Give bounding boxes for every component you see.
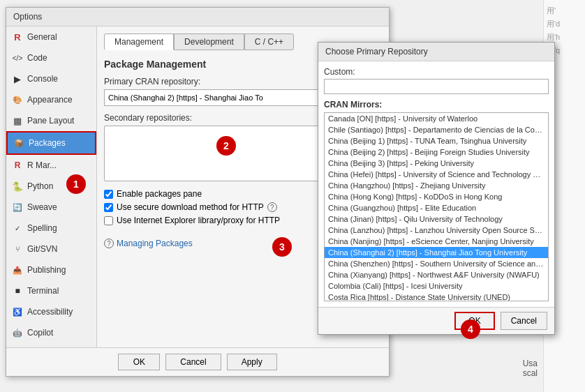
checkbox2-label: Use secure download method for HTTP [117,202,264,212]
secondary-listbox[interactable] [104,126,327,181]
repo-cancel-button[interactable]: Cancel [501,312,547,330]
manage-link-text: Managing Packages [117,239,193,248]
sidebar-label-packages: Packages [29,138,66,148]
secure-download-checkbox[interactable] [104,203,113,212]
repo-dialog-title: Choose Primary Repository [318,43,554,61]
right-text-1: 用' [547,6,582,16]
help-icon-2: ? [104,239,114,248]
cran-item[interactable]: China (Shanghai 2) [https] - Shanghai Ji… [325,247,548,258]
sidebar-item-sweave[interactable]: 🔄 Sweave [6,197,96,218]
cran-label: CRAN Mirrors: [324,100,549,110]
general-icon: R [12,31,23,43]
dialog-title: Options [13,12,42,22]
footer-cancel-button[interactable]: Cancel [165,354,221,370]
enable-packages-checkbox[interactable] [104,190,113,199]
badge-2: 2 [216,136,236,156]
badge-1: 1 [66,174,86,194]
sidebar-item-gitsvn[interactable]: ⑂ Git/SVN [6,239,96,259]
sidebar-item-console[interactable]: ▶ Console [6,68,96,89]
sidebar-item-accessibility[interactable]: ♿ Accessibility [6,301,96,322]
accessibility-icon: ♿ [12,306,23,317]
cran-item[interactable]: China (Lanzhou) [https] - Lanzhou Univer… [325,225,548,236]
sidebar-item-spelling[interactable]: ✓ Spelling [6,218,96,239]
bottom-text-2: scal [523,368,538,378]
sidebar-label-pane-layout: Pane Layout [27,116,74,126]
bottom-right: Usa scal [523,359,538,378]
sidebar-label-sweave: Sweave [27,202,57,212]
cran-item[interactable]: China (Beijing 1) [https] - TUNA Team, T… [325,135,548,146]
pane-layout-icon: ▦ [12,115,23,126]
tab-management[interactable]: Management [104,33,174,50]
sidebar-item-rmarkdown[interactable]: R R Mar... [6,155,96,176]
sidebar-label-spelling: Spelling [27,223,57,233]
cran-item[interactable]: Canada [ON] [https] - University of Wate… [325,113,548,124]
footer-ok-button[interactable]: OK [118,354,160,370]
cran-item[interactable]: Colombia (Cali) [https] - Icesi Universi… [325,280,548,292]
rmarkdown-icon: R [12,160,23,171]
sidebar-label-rmarkdown: R Mar... [27,160,57,170]
internet-explorer-checkbox[interactable] [104,216,113,225]
cran-item[interactable]: China (Hefei) [https] - University of Sc… [325,169,548,180]
cran-item[interactable]: China (Nanjing) [https] - eScience Cente… [325,236,548,247]
checkbox1-label: Enable packages pane [117,189,202,199]
sidebar-item-terminal[interactable]: ■ Terminal [6,280,96,301]
sidebar-item-publishing[interactable]: 📤 Publishing [6,259,96,280]
badge-3: 3 [272,237,292,257]
badge-4: 4 [461,319,480,339]
cran-item[interactable]: China (Jinan) [https] - Qilu University … [325,213,548,225]
custom-input[interactable] [324,79,549,94]
cran-item[interactable]: China (Guangzhou) [https] - Elite Educat… [325,202,548,213]
sidebar-item-appearance[interactable]: 🎨 Appearance [6,89,96,110]
cran-item[interactable]: China (Hong Kong) [https] - KoDDoS in Ho… [325,191,548,202]
sidebar-label-accessibility: Accessibility [27,307,73,317]
cran-listbox[interactable]: Canada [ON] [https] - University of Wate… [324,112,549,301]
repo-dialog-footer: OK Cancel [318,307,554,334]
right-text-2: 用'd [547,19,582,29]
sidebar-label-general: General [27,32,57,42]
sidebar-item-copilot[interactable]: 🤖 Copilot [6,322,96,343]
cran-item[interactable]: China (Beijing 3) [https] - Peking Unive… [325,158,548,169]
sidebar-item-code[interactable]: </> Code [6,47,96,68]
gitsvn-icon: ⑂ [12,243,23,255]
checkbox3-label: Use Internet Explorer library/proxy for … [117,216,280,225]
sidebar-label-gitsvn: Git/SVN [27,244,57,254]
repo-dialog-body: Custom: CRAN Mirrors: Canada [ON] [https… [318,61,554,307]
dialog-footer: OK Cancel Apply [6,347,389,376]
cran-item[interactable]: Costa Rica [https] - Distance State Univ… [325,292,548,301]
code-icon: </> [12,52,23,63]
dialog-titlebar: Options [6,8,389,27]
cran-item[interactable]: China (Hangzhou) [https] - Zhejiang Univ… [325,180,548,191]
spelling-icon: ✓ [12,223,23,234]
tab-development[interactable]: Development [174,33,244,50]
sidebar-label-publishing: Publishing [27,265,66,275]
sidebar-label-appearance: Appearance [27,95,73,105]
help-icon-1[interactable]: ? [267,202,277,212]
sidebar-label-console: Console [27,74,58,84]
publishing-icon: 📤 [12,264,23,276]
tab-cpp[interactable]: C / C++ [244,33,294,50]
terminal-icon: ■ [12,285,23,296]
python-icon: 🐍 [12,181,23,192]
primary-repo-input[interactable] [104,89,325,106]
footer-apply-button[interactable]: Apply [227,354,277,370]
bottom-text-1: Usa [523,359,538,368]
sidebar-item-general[interactable]: R General [6,27,96,47]
custom-label: Custom: [324,67,549,77]
sidebar-label-python: Python [27,181,53,191]
sidebar-item-packages[interactable]: 📦 Packages [6,131,96,155]
sidebar-label-code: Code [27,53,47,63]
sidebar-label-copilot: Copilot [27,328,53,338]
cran-item[interactable]: Chile (Santiago) [https] - Departamento … [325,124,548,135]
sidebar-label-terminal: Terminal [27,286,59,296]
repo-dialog: Choose Primary Repository Custom: CRAN M… [318,42,555,335]
appearance-icon: 🎨 [12,94,23,105]
console-icon: ▶ [12,73,23,84]
cran-item[interactable]: China (Xianyang) [https] - Northwest A&F… [325,269,548,280]
cran-item[interactable]: China (Beijing 2) [https] - Beijing Fore… [325,146,548,158]
right-text-3: 用'h [547,32,582,43]
cran-item[interactable]: China (Shenzhen) [https] - Southern Univ… [325,258,548,269]
sweave-icon: 🔄 [12,202,23,213]
sidebar-item-pane-layout[interactable]: ▦ Pane Layout [6,110,96,131]
copilot-icon: 🤖 [12,327,23,338]
packages-icon: 📦 [13,137,24,149]
